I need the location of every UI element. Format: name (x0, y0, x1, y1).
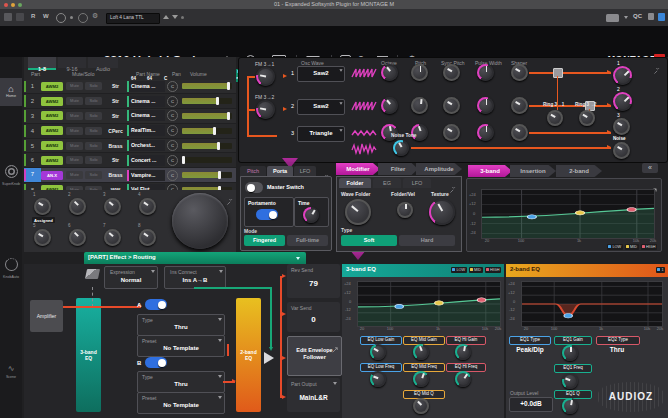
pan-knob[interactable]: C (165, 170, 180, 181)
part-row-7-selected[interactable]: 7 AN-X Mute Solo Brass Vampire... C (24, 168, 236, 183)
texture-knob[interactable] (429, 199, 455, 225)
ins-b-preset[interactable]: Preset No Template (137, 392, 225, 414)
tab-2-band[interactable]: 2-band (556, 165, 602, 177)
pan-knob[interactable]: C (165, 155, 180, 166)
part-name[interactable]: Vampire... (127, 170, 165, 181)
part-name[interactable]: Orchest... (127, 140, 165, 151)
eq2-type-value[interactable]: Thru (596, 346, 638, 353)
osc3-shaper-knob[interactable] (511, 124, 528, 141)
eq3-tab-plot[interactable] (481, 189, 655, 239)
portamento-toggle[interactable] (256, 209, 278, 220)
solo-button[interactable]: Solo (85, 156, 102, 164)
assign-pin-icon[interactable] (226, 192, 233, 199)
solo-button[interactable]: Solo (85, 142, 102, 150)
assign-knob-2[interactable] (69, 198, 86, 215)
var-send-box[interactable]: Var Send 0 (287, 302, 340, 332)
tab-insertion[interactable]: Insertion (510, 165, 556, 177)
eq-mid-gain-knob[interactable] (413, 344, 429, 360)
part-output-box[interactable]: Part Output MainL&R (287, 378, 340, 412)
porta-time-knob[interactable] (303, 207, 319, 223)
osc-pin-icon[interactable] (653, 61, 660, 68)
pan-knob[interactable]: C (165, 110, 180, 121)
rev-knob[interactable]: 64 (128, 73, 139, 84)
solo-button[interactable]: Solo (85, 112, 102, 120)
part-name[interactable]: Cinema ... (127, 96, 165, 107)
osc1-shaper-knob[interactable] (511, 64, 528, 81)
osc2-pulse-knob[interactable] (477, 97, 494, 114)
tab-filter[interactable]: Filter (378, 163, 418, 175)
ins-b-type[interactable]: Type Thru (137, 371, 225, 393)
assign-knob-5[interactable] (34, 229, 51, 246)
subtab-lfo[interactable]: LFO (403, 178, 431, 188)
osc1-pitch-knob[interactable] (411, 64, 428, 81)
eq2-type-chip[interactable]: EQ2 Type (596, 336, 640, 345)
host-icon-1[interactable] (4, 13, 12, 21)
ins-connect-select[interactable]: Ins Connect Ins A→B (164, 266, 226, 289)
assign-knob-8[interactable] (139, 229, 156, 246)
folder-vel-knob[interactable] (397, 202, 413, 218)
eq-hi-freq-knob[interactable] (455, 371, 471, 387)
eq1-freq-knob[interactable] (562, 373, 578, 389)
osc1-octave-knob[interactable] (381, 64, 398, 81)
subtab-folder[interactable]: Folder (339, 178, 371, 188)
host-dropdown-caret[interactable] (624, 16, 628, 19)
tab-amplitude[interactable]: Amplitude (416, 163, 462, 175)
write-automation-button[interactable]: W (43, 13, 49, 19)
part-name[interactable]: RealTim... (127, 125, 165, 136)
sidebar-item-home[interactable]: ⌂ Home (0, 78, 22, 106)
qc-label[interactable]: QC (633, 13, 642, 19)
mute-button[interactable]: Mute (66, 127, 83, 135)
output-level-value-box[interactable]: +0.0dB (509, 397, 553, 412)
volume-slider[interactable] (182, 157, 232, 163)
osc2-shaper-knob[interactable] (511, 97, 528, 114)
osc1-pulse-knob[interactable] (477, 64, 494, 81)
host-circle-icon-2[interactable] (78, 13, 88, 23)
tab-porta[interactable]: Porta (267, 166, 293, 176)
lock-icon[interactable] (648, 13, 654, 20)
sidebar-item-superknob[interactable]: SuperKnob (0, 162, 22, 190)
host-gear-icon[interactable]: ⚙ (92, 12, 98, 20)
eq3-plot[interactable] (357, 281, 501, 327)
assign-knob-3[interactable] (104, 198, 121, 215)
pan-knob[interactable]: C (165, 125, 180, 136)
part-row-5[interactable]: 5 AWM2 Mute Solo Brass Orchest... C (24, 139, 236, 154)
out-noise-level-knob[interactable] (613, 142, 630, 159)
tab-parts-audio[interactable]: Audio (88, 57, 118, 68)
osc2-pitch-knob[interactable] (411, 97, 428, 114)
fm-3-2-knob[interactable] (256, 100, 275, 119)
hard-button[interactable]: Hard (399, 235, 455, 246)
preset-prev-button[interactable] (163, 15, 169, 19)
subtab-eg[interactable]: EG (373, 178, 401, 188)
preset-next-button[interactable] (172, 15, 178, 19)
pan-knob[interactable]: C (165, 140, 180, 151)
collapse-button[interactable]: « (642, 163, 658, 173)
mute-button[interactable]: Mute (66, 171, 83, 179)
master-switch-toggle[interactable] (245, 182, 263, 193)
pan-knob[interactable]: C (165, 96, 180, 107)
eq2-block[interactable]: 2-band EQ (236, 298, 261, 412)
part-name[interactable]: Cinema ... (127, 110, 165, 121)
part-name[interactable]: Concert ... (127, 155, 165, 166)
eq1-type-chip[interactable]: EQ1 Type (509, 336, 551, 345)
read-automation-button[interactable]: R (31, 13, 35, 19)
volume-slider[interactable] (182, 113, 232, 119)
part-row-2[interactable]: 2 AWM2 Mute Solo Str Cinema ... C (24, 94, 236, 109)
full-time-button[interactable]: Full-time (287, 235, 328, 246)
osc3-wave-select[interactable]: Triangle (297, 126, 345, 142)
assign-knob-6[interactable] (69, 229, 86, 246)
assign-knob-1[interactable] (34, 198, 51, 215)
part-row-3[interactable]: 3 AWM2 Mute Solo Str Cinema ... C (24, 109, 236, 124)
preset-name-field[interactable]: Loft 4 Lana TTL (106, 13, 160, 24)
mute-button[interactable]: Mute (66, 97, 83, 105)
eq2-plot[interactable] (521, 281, 663, 327)
mute-button[interactable]: Mute (66, 156, 83, 164)
part-row-4[interactable]: 4 AWM2 Mute Solo CPerc RealTim... C (24, 124, 236, 139)
porta-pin-icon[interactable] (322, 168, 329, 175)
rev-send-box[interactable]: Rev Send 79 (287, 264, 340, 298)
host-circle-icon-1[interactable] (56, 13, 66, 23)
assign-knob-4[interactable] (139, 198, 156, 215)
osc2-octave-knob[interactable] (381, 97, 398, 114)
soft-button[interactable]: Soft (341, 235, 397, 246)
eq-mid-q-knob[interactable] (413, 398, 429, 414)
edit-envelope-follower-button[interactable]: Edit Envelope Follower (287, 336, 342, 376)
